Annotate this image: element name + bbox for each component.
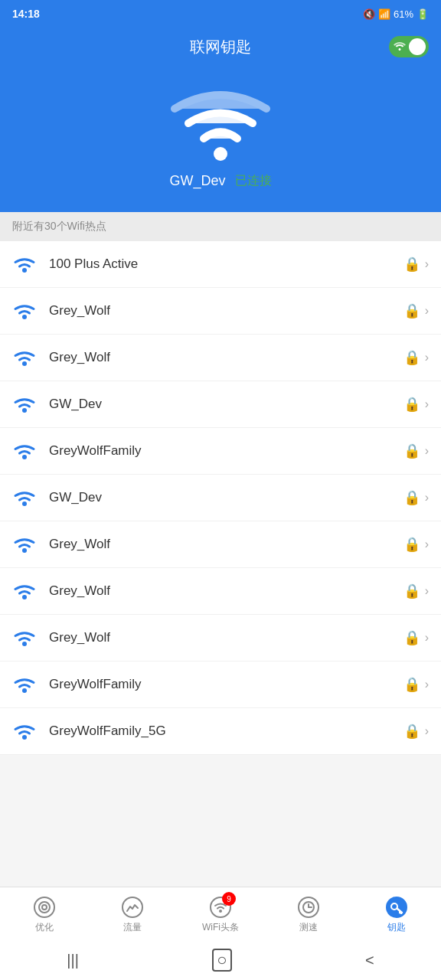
- wifi-list-item[interactable]: Grey_Wolf🔒›: [0, 288, 441, 335]
- wifi-large-icon: [167, 81, 274, 165]
- section-header: 附近有30个Wifi热点: [0, 212, 441, 241]
- nearby-count-label: 附近有30个Wifi热点: [12, 220, 106, 232]
- nav-home-icon[interactable]: ○: [212, 949, 231, 972]
- svg-point-12: [39, 902, 50, 913]
- wifi-list-item[interactable]: GreyWolfFamily🔒›: [0, 428, 441, 475]
- nav-label-flow: 流量: [123, 921, 142, 934]
- nav-item-speedtest[interactable]: 测速: [265, 893, 353, 937]
- wifi-list-item[interactable]: Grey_Wolf🔒›: [0, 615, 441, 662]
- nav-icon-key: [386, 897, 407, 918]
- wifi-chevron-icon: ›: [425, 537, 429, 551]
- wifi-list-item[interactable]: GreyWolfFamily🔒›: [0, 662, 441, 708]
- nav-item-wifi-news[interactable]: 9WiFi头条: [176, 893, 264, 937]
- status-time: 14:18: [12, 8, 40, 20]
- wifi-lock-icon: 🔒: [403, 583, 420, 599]
- wifi-network-name: GW_Dev: [49, 490, 403, 505]
- wifi-signal-icon: [12, 300, 37, 322]
- wifi-network-name: GreyWolfFamily: [49, 677, 403, 692]
- wifi-banner: GW_Dev 已连接: [0, 66, 441, 212]
- svg-point-3: [22, 361, 27, 366]
- wifi-signal-icon: [12, 440, 37, 462]
- svg-point-7: [22, 548, 27, 553]
- status-icons: 🔇 📶 61% 🔋: [363, 8, 429, 20]
- wifi-network-name: Grey_Wolf: [49, 537, 403, 552]
- wifi-chevron-icon: ›: [425, 584, 429, 598]
- battery-icon: 🔋: [416, 8, 429, 20]
- wifi-signal-icon: [12, 487, 37, 508]
- wifi-list-item[interactable]: GW_Dev🔒›: [0, 475, 441, 521]
- wifi-network-name: Grey_Wolf: [49, 303, 403, 318]
- wifi-lock-icon: 🔒: [403, 629, 420, 646]
- nav-icon-wrap-flow: [122, 897, 143, 918]
- wifi-network-name: GreyWolfFamily: [49, 443, 403, 459]
- nav-label-speedtest: 测速: [299, 921, 318, 934]
- svg-point-9: [22, 642, 27, 646]
- wifi-chevron-icon: ›: [425, 351, 429, 364]
- wifi-chevron-icon: ›: [425, 257, 429, 271]
- wifi-lock-icon: 🔒: [403, 302, 420, 319]
- wifi-signal-icon: [12, 253, 37, 275]
- wifi-lock-icon: 🔒: [403, 489, 420, 506]
- wifi-signal-icon: [12, 627, 37, 648]
- svg-point-6: [22, 501, 27, 506]
- nav-icon-speedtest: [298, 897, 319, 918]
- wifi-chevron-icon: ›: [425, 724, 429, 738]
- nav-item-flow[interactable]: 流量: [88, 893, 176, 937]
- svg-point-8: [22, 595, 27, 599]
- wifi-list-item[interactable]: Grey_Wolf🔒›: [0, 521, 441, 568]
- connected-badge: 已连接: [235, 173, 272, 189]
- wifi-signal-icon: [12, 347, 37, 368]
- wifi-list: 100 Plus Active🔒› Grey_Wolf🔒› Grey_Wolf🔒…: [0, 241, 441, 755]
- svg-point-14: [219, 910, 222, 913]
- wifi-list-item[interactable]: GW_Dev🔒›: [0, 381, 441, 428]
- wifi-lock-icon: 🔒: [403, 723, 420, 740]
- wifi-lock-icon: 🔒: [403, 349, 420, 366]
- nav-menu-icon[interactable]: |||: [67, 952, 79, 969]
- battery-text: 61%: [394, 8, 413, 20]
- wifi-chevron-icon: ›: [425, 444, 429, 458]
- svg-point-13: [42, 905, 47, 910]
- wifi-lock-icon: 🔒: [403, 443, 420, 459]
- wifi-lock-icon: 🔒: [403, 396, 420, 413]
- nav-item-key[interactable]: 钥匙: [353, 893, 441, 937]
- connected-network-name: GW_Dev: [169, 173, 225, 189]
- wifi-chevron-icon: ›: [425, 678, 429, 691]
- app-header: 联网钥匙: [0, 28, 441, 66]
- nav-back-icon[interactable]: <: [365, 952, 374, 969]
- wifi-chevron-icon: ›: [425, 304, 429, 318]
- nav-icon-wrap-optimize: [34, 897, 55, 918]
- wifi-toggle[interactable]: [389, 36, 429, 57]
- app-title: 联网钥匙: [190, 37, 251, 57]
- android-nav-bar: ||| ○ <: [0, 940, 441, 980]
- wifi-signal-icon: [12, 394, 37, 415]
- wifi-network-name: GW_Dev: [49, 397, 403, 412]
- wifi-signal-icon: [12, 534, 37, 555]
- svg-point-1: [22, 268, 27, 273]
- nav-badge: 9: [222, 892, 236, 906]
- nav-icon-wrap-key: [386, 897, 407, 918]
- wifi-list-item[interactable]: 100 Plus Active🔒›: [0, 241, 441, 288]
- wifi-list-item[interactable]: Grey_Wolf🔒›: [0, 568, 441, 615]
- wifi-chevron-icon: ›: [425, 631, 429, 645]
- svg-point-2: [22, 315, 27, 319]
- nav-icon-wrap-wifi-news: 9: [210, 897, 231, 918]
- nav-label-wifi-news: WiFi头条: [202, 921, 239, 934]
- wifi-network-name: Grey_Wolf: [49, 583, 403, 599]
- svg-point-4: [22, 408, 27, 413]
- nav-icon-wrap-speedtest: [298, 897, 319, 918]
- wifi-list-item[interactable]: Grey_Wolf🔒›: [0, 335, 441, 381]
- wifi-lock-icon: 🔒: [403, 536, 420, 553]
- nav-item-optimize[interactable]: 优化: [0, 893, 88, 937]
- svg-point-5: [22, 455, 27, 459]
- svg-point-0: [214, 147, 227, 161]
- nav-label-key: 钥匙: [387, 921, 406, 934]
- wifi-list-item[interactable]: GreyWolfFamily_5G🔒›: [0, 708, 441, 755]
- nav-icon-optimize: [34, 897, 55, 918]
- nav-label-optimize: 优化: [35, 921, 54, 934]
- wifi-chevron-icon: ›: [425, 397, 429, 411]
- connected-info: GW_Dev 已连接: [169, 173, 271, 189]
- wifi-lock-icon: 🔒: [403, 256, 420, 273]
- wifi-lock-icon: 🔒: [403, 676, 420, 693]
- wifi-network-name: Grey_Wolf: [49, 630, 403, 645]
- wifi-network-name: Grey_Wolf: [49, 350, 403, 365]
